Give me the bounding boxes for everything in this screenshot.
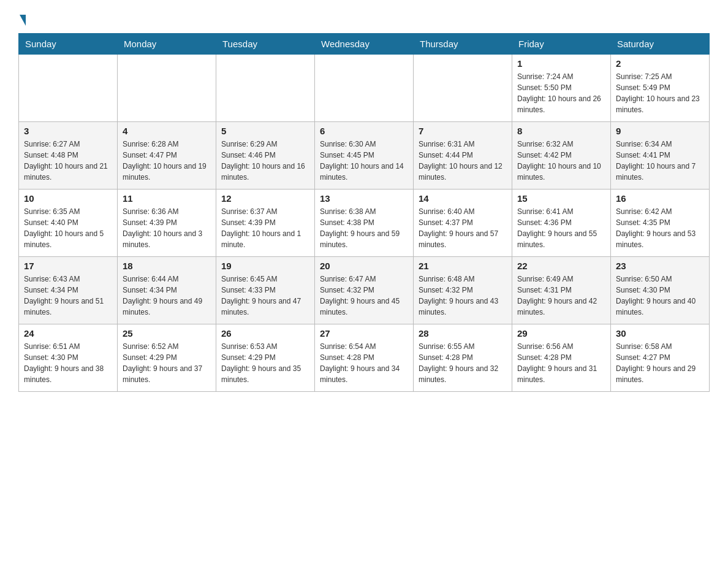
day-number: 28 <box>419 328 507 339</box>
calendar-cell: 21Sunrise: 6:48 AMSunset: 4:32 PMDayligh… <box>414 257 512 324</box>
calendar-cell: 11Sunrise: 6:36 AMSunset: 4:39 PMDayligh… <box>118 190 216 257</box>
day-number: 24 <box>24 328 112 339</box>
day-number: 18 <box>123 261 211 271</box>
calendar-week-row: 1Sunrise: 7:24 AMSunset: 5:50 PMDaylight… <box>19 55 710 122</box>
day-info: Sunrise: 6:42 AMSunset: 4:35 PMDaylight:… <box>616 206 704 250</box>
day-info: Sunrise: 6:55 AMSunset: 4:28 PMDaylight:… <box>419 341 507 385</box>
calendar-week-row: 24Sunrise: 6:51 AMSunset: 4:30 PMDayligh… <box>19 324 710 392</box>
calendar-cell: 17Sunrise: 6:43 AMSunset: 4:34 PMDayligh… <box>19 257 118 324</box>
calendar-cell: 9Sunrise: 6:34 AMSunset: 4:41 PMDaylight… <box>611 122 710 190</box>
day-number: 13 <box>320 193 408 204</box>
calendar-cell: 25Sunrise: 6:52 AMSunset: 4:29 PMDayligh… <box>118 324 216 392</box>
calendar-week-row: 3Sunrise: 6:27 AMSunset: 4:48 PMDaylight… <box>19 122 710 190</box>
logo-triangle-icon <box>20 15 26 26</box>
day-info: Sunrise: 6:32 AMSunset: 4:42 PMDaylight:… <box>517 139 605 183</box>
day-info: Sunrise: 6:53 AMSunset: 4:29 PMDaylight:… <box>221 341 309 385</box>
day-number: 10 <box>24 193 112 204</box>
day-number: 30 <box>616 328 704 339</box>
day-info: Sunrise: 7:25 AMSunset: 5:49 PMDaylight:… <box>616 71 704 115</box>
day-info: Sunrise: 6:29 AMSunset: 4:46 PMDaylight:… <box>221 139 309 183</box>
calendar-cell <box>315 55 414 122</box>
weekday-header-saturday: Saturday <box>611 34 710 55</box>
calendar-cell: 20Sunrise: 6:47 AMSunset: 4:32 PMDayligh… <box>315 257 414 324</box>
day-info: Sunrise: 6:41 AMSunset: 4:36 PMDaylight:… <box>517 206 605 250</box>
calendar-cell: 28Sunrise: 6:55 AMSunset: 4:28 PMDayligh… <box>414 324 512 392</box>
day-number: 1 <box>517 58 605 69</box>
day-number: 14 <box>419 193 507 204</box>
day-info: Sunrise: 6:37 AMSunset: 4:39 PMDaylight:… <box>221 206 309 250</box>
weekday-header-wednesday: Wednesday <box>315 34 414 55</box>
day-number: 25 <box>123 328 211 339</box>
day-info: Sunrise: 6:54 AMSunset: 4:28 PMDaylight:… <box>320 341 408 385</box>
calendar-cell: 7Sunrise: 6:31 AMSunset: 4:44 PMDaylight… <box>414 122 512 190</box>
day-info: Sunrise: 6:49 AMSunset: 4:31 PMDaylight:… <box>517 274 605 318</box>
calendar-cell: 16Sunrise: 6:42 AMSunset: 4:35 PMDayligh… <box>611 190 710 257</box>
day-info: Sunrise: 6:48 AMSunset: 4:32 PMDaylight:… <box>419 274 507 318</box>
calendar-cell: 19Sunrise: 6:45 AMSunset: 4:33 PMDayligh… <box>216 257 315 324</box>
weekday-header-row: SundayMondayTuesdayWednesdayThursdayFrid… <box>19 34 710 55</box>
day-number: 22 <box>517 261 605 271</box>
day-number: 21 <box>419 261 507 271</box>
calendar-cell: 24Sunrise: 6:51 AMSunset: 4:30 PMDayligh… <box>19 324 118 392</box>
day-number: 27 <box>320 328 408 339</box>
day-number: 9 <box>616 126 704 136</box>
day-info: Sunrise: 6:30 AMSunset: 4:45 PMDaylight:… <box>320 139 408 183</box>
day-number: 7 <box>419 126 507 136</box>
day-info: Sunrise: 6:34 AMSunset: 4:41 PMDaylight:… <box>616 139 704 183</box>
calendar-cell <box>216 55 315 122</box>
calendar-week-row: 10Sunrise: 6:35 AMSunset: 4:40 PMDayligh… <box>19 190 710 257</box>
calendar-cell: 13Sunrise: 6:38 AMSunset: 4:38 PMDayligh… <box>315 190 414 257</box>
day-number: 2 <box>616 58 704 69</box>
weekday-header-monday: Monday <box>118 34 216 55</box>
day-info: Sunrise: 6:58 AMSunset: 4:27 PMDaylight:… <box>616 341 704 385</box>
calendar-cell <box>414 55 512 122</box>
calendar-cell: 26Sunrise: 6:53 AMSunset: 4:29 PMDayligh… <box>216 324 315 392</box>
calendar-cell: 12Sunrise: 6:37 AMSunset: 4:39 PMDayligh… <box>216 190 315 257</box>
calendar-cell: 4Sunrise: 6:28 AMSunset: 4:47 PMDaylight… <box>118 122 216 190</box>
calendar-cell: 14Sunrise: 6:40 AMSunset: 4:37 PMDayligh… <box>414 190 512 257</box>
calendar-cell: 27Sunrise: 6:54 AMSunset: 4:28 PMDayligh… <box>315 324 414 392</box>
calendar-cell: 2Sunrise: 7:25 AMSunset: 5:49 PMDaylight… <box>611 55 710 122</box>
calendar-cell: 22Sunrise: 6:49 AMSunset: 4:31 PMDayligh… <box>512 257 611 324</box>
calendar-cell: 3Sunrise: 6:27 AMSunset: 4:48 PMDaylight… <box>19 122 118 190</box>
day-info: Sunrise: 6:43 AMSunset: 4:34 PMDaylight:… <box>24 274 112 318</box>
day-info: Sunrise: 6:40 AMSunset: 4:37 PMDaylight:… <box>419 206 507 250</box>
page-header <box>18 15 710 23</box>
calendar-cell: 23Sunrise: 6:50 AMSunset: 4:30 PMDayligh… <box>611 257 710 324</box>
calendar-cell: 18Sunrise: 6:44 AMSunset: 4:34 PMDayligh… <box>118 257 216 324</box>
day-number: 5 <box>221 126 309 136</box>
day-number: 6 <box>320 126 408 136</box>
day-info: Sunrise: 6:27 AMSunset: 4:48 PMDaylight:… <box>24 139 112 183</box>
day-info: Sunrise: 6:38 AMSunset: 4:38 PMDaylight:… <box>320 206 408 250</box>
day-info: Sunrise: 6:52 AMSunset: 4:29 PMDaylight:… <box>123 341 211 385</box>
day-info: Sunrise: 6:56 AMSunset: 4:28 PMDaylight:… <box>517 341 605 385</box>
calendar-cell: 1Sunrise: 7:24 AMSunset: 5:50 PMDaylight… <box>512 55 611 122</box>
weekday-header-sunday: Sunday <box>19 34 118 55</box>
day-number: 15 <box>517 193 605 204</box>
calendar-cell: 10Sunrise: 6:35 AMSunset: 4:40 PMDayligh… <box>19 190 118 257</box>
calendar-cell: 29Sunrise: 6:56 AMSunset: 4:28 PMDayligh… <box>512 324 611 392</box>
calendar-cell: 15Sunrise: 6:41 AMSunset: 4:36 PMDayligh… <box>512 190 611 257</box>
day-number: 3 <box>24 126 112 136</box>
day-info: Sunrise: 6:50 AMSunset: 4:30 PMDaylight:… <box>616 274 704 318</box>
day-info: Sunrise: 6:28 AMSunset: 4:47 PMDaylight:… <box>123 139 211 183</box>
day-number: 8 <box>517 126 605 136</box>
day-info: Sunrise: 6:35 AMSunset: 4:40 PMDaylight:… <box>24 206 112 250</box>
calendar-cell: 30Sunrise: 6:58 AMSunset: 4:27 PMDayligh… <box>611 324 710 392</box>
day-number: 20 <box>320 261 408 271</box>
calendar-table: SundayMondayTuesdayWednesdayThursdayFrid… <box>18 33 710 392</box>
day-info: Sunrise: 7:24 AMSunset: 5:50 PMDaylight:… <box>517 71 605 115</box>
calendar-cell <box>118 55 216 122</box>
day-info: Sunrise: 6:51 AMSunset: 4:30 PMDaylight:… <box>24 341 112 385</box>
day-info: Sunrise: 6:45 AMSunset: 4:33 PMDaylight:… <box>221 274 309 318</box>
day-number: 19 <box>221 261 309 271</box>
day-number: 11 <box>123 193 211 204</box>
day-number: 16 <box>616 193 704 204</box>
day-number: 26 <box>221 328 309 339</box>
day-number: 12 <box>221 193 309 204</box>
day-info: Sunrise: 6:44 AMSunset: 4:34 PMDaylight:… <box>123 274 211 318</box>
calendar-cell: 8Sunrise: 6:32 AMSunset: 4:42 PMDaylight… <box>512 122 611 190</box>
day-number: 17 <box>24 261 112 271</box>
day-number: 29 <box>517 328 605 339</box>
calendar-week-row: 17Sunrise: 6:43 AMSunset: 4:34 PMDayligh… <box>19 257 710 324</box>
